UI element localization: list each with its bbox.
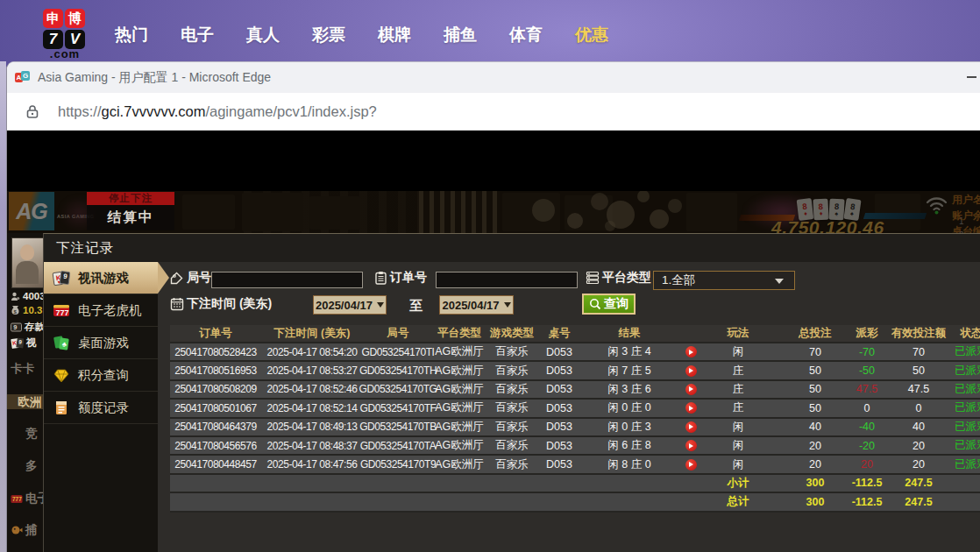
cell-c9: 闲 (703, 457, 773, 472)
menu-item-视讯游戏[interactable]: K♥9视讯游戏 (44, 262, 158, 294)
platform-icon-svg (586, 271, 600, 285)
deposit-icon: 9 (11, 322, 22, 332)
search-button[interactable]: 查询 (582, 294, 636, 315)
lock-icon (25, 104, 39, 119)
cell-text: AG欧洲厅 (435, 382, 484, 397)
marker-number: 2 (959, 230, 964, 233)
table-row[interactable]: 2504170804565762025-04-17 08:48:37GD0532… (170, 437, 980, 456)
hall-item-0-text: 卡卡 (11, 361, 34, 377)
cell-text: 70 (809, 346, 821, 358)
replay-icon[interactable] (685, 440, 697, 451)
subtotal-payout: -112.5 (857, 477, 877, 489)
card-rank: 8 (834, 202, 840, 211)
round-input[interactable] (211, 272, 363, 288)
banner-shape (686, 193, 737, 231)
nav-item-彩票[interactable]: 彩票 (312, 24, 378, 46)
cell-text: 50 (809, 364, 821, 377)
cell-c10: 50 (773, 402, 857, 414)
logo-grid: 申 博 7 V (43, 9, 87, 49)
nav-item-捕鱼[interactable]: 捕鱼 (444, 24, 509, 46)
replay-icon[interactable] (685, 421, 697, 433)
cell-text: 已派彩 (955, 382, 980, 397)
cell-c12: 0 (877, 402, 961, 414)
logo-com: .com (43, 49, 87, 60)
col-header: 派彩 (857, 326, 877, 341)
subtotal-row: 小计300-112.5247.5 (170, 475, 980, 493)
cell-c10: 20 (773, 440, 857, 452)
table-games-icon-svg: ♣ (52, 335, 71, 351)
magnifier-icon-svg (589, 298, 601, 310)
deposit-label: 9存款 (11, 321, 43, 334)
url-path: /agingame/pcv1/index.jsp? (205, 103, 376, 119)
cell-text: 已派彩 (955, 457, 980, 472)
replay-icon[interactable] (685, 459, 697, 471)
cell-c2: 2025-04-17 08:47:56 (261, 458, 363, 471)
table-row[interactable]: 2504170804643792025-04-17 08:49:13GD0532… (170, 419, 980, 437)
cell-c6: D053 (538, 402, 580, 414)
browser-addressbar[interactable]: https://gci.7vvvvvv.com/agingame/pcv1/in… (7, 93, 980, 131)
filter-label: 下注时间 (美东) (170, 296, 272, 312)
cell-text: GD053254170TI (362, 346, 435, 358)
card-suit: ♠ (850, 209, 855, 216)
browser-titlebar[interactable]: AG Asia Gaming - 用户配置 1 - Microsoft Edge (7, 62, 980, 93)
replay-icon[interactable] (685, 346, 697, 357)
menu-item-电子老虎机[interactable]: 777电子老虎机 (44, 294, 158, 327)
replay-icon[interactable] (685, 402, 697, 414)
date-from-field[interactable]: 2025/04/17 (313, 295, 387, 315)
balance-amount: $10.3 (11, 305, 42, 315)
cell-replay (678, 402, 703, 414)
platform-select[interactable]: 1.全部 (653, 271, 795, 290)
table-row[interactable]: 2504170805169532025-04-17 08:53:27GD0532… (170, 362, 980, 380)
replay-icon[interactable] (685, 365, 697, 377)
points-icon (52, 367, 71, 383)
browser-window: AG Asia Gaming - 用户配置 1 - Microsoft Edge… (6, 61, 980, 552)
table-row[interactable]: 2504170804484572025-04-17 08:47:56GD0532… (170, 456, 980, 474)
menu-item-桌面游戏[interactable]: ♣桌面游戏 (44, 327, 158, 359)
hall-item-selected[interactable]: 欧洲 (7, 394, 43, 409)
nav-item-体育[interactable]: 体育 (509, 24, 575, 46)
sum-label-text: 总计 (728, 494, 749, 509)
modal-body: K♥9视讯游戏777电子老虎机♣桌面游戏积分查询额度记录 局号订单号平台类型1.… (44, 262, 980, 552)
cell-c6: D053 (538, 383, 580, 395)
table-row[interactable]: 2504170805010672025-04-17 08:52:14GD0532… (170, 400, 980, 418)
cell-c13: 已派彩 (961, 344, 980, 359)
table-row[interactable]: 2504170805082092025-04-17 08:52:46GD0532… (170, 381, 980, 400)
logo-tile: V (65, 30, 85, 49)
cell-c2: 2025-04-17 08:52:46 (261, 383, 363, 395)
cell-c4: AG欧洲厅 (433, 382, 486, 397)
nav-item-热门[interactable]: 热门 (115, 24, 181, 46)
nav-item-优惠[interactable]: 优惠 (575, 24, 641, 46)
clipboard-icon-svg (374, 271, 387, 285)
menu-item-积分查询[interactable]: 积分查询 (44, 359, 158, 392)
cell-c12: 40 (877, 421, 961, 433)
card-suit: ♦ (820, 210, 823, 216)
cell-text: 庄 (733, 400, 744, 415)
bet-records-modal: 下注记录 K♥9视讯游戏777电子老虎机♣桌面游戏积分查询额度记录 局号订单号平… (43, 233, 980, 552)
url-text[interactable]: https://gci.7vvvvvv.com/agingame/pcv1/in… (58, 103, 377, 120)
nav-item-棋牌[interactable]: 棋牌 (378, 24, 444, 46)
table-row[interactable]: 2504170805284232025-04-17 08:54:20GD0532… (170, 343, 980, 362)
minimize-icon[interactable] (967, 76, 976, 78)
nav-item-电子[interactable]: 电子 (181, 24, 246, 46)
order-input[interactable] (436, 272, 578, 288)
cell-c12: 20 (877, 458, 961, 471)
nav-item-真人[interactable]: 真人 (246, 24, 312, 46)
col-header: 总投注 (773, 326, 857, 341)
pink-glow (743, 193, 822, 231)
bokeh-circle (650, 209, 669, 229)
menu-item-额度记录[interactable]: 额度记录 (44, 392, 158, 424)
date-to-field[interactable]: 2025/04/17 (439, 295, 514, 315)
cell-text: 250417080528423 (174, 346, 256, 358)
cell-replay (678, 459, 703, 471)
cell-text: 50 (913, 364, 925, 377)
cell-text: 已派彩 (955, 364, 980, 379)
hall-item-5-text: 捕 (25, 522, 38, 538)
cell-c9: 庄 (703, 400, 773, 415)
banner-shape (309, 196, 360, 230)
replay-icon[interactable] (685, 384, 697, 395)
quota-icon (52, 400, 71, 415)
deposit-label-text: 存款 (25, 321, 43, 334)
cell-text: 百家乐 (495, 457, 529, 472)
slot-machine-icon-svg: 777 (52, 302, 71, 319)
cell-c5: 百家乐 (486, 420, 538, 435)
